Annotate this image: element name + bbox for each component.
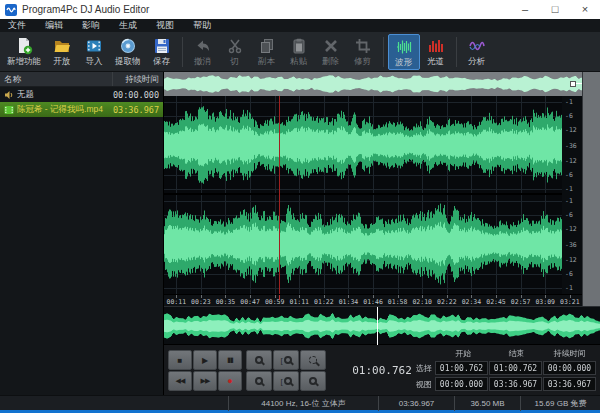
window-title: Program4Pc DJ Audio Editor xyxy=(22,4,510,15)
copy-button-label: 副本 xyxy=(258,56,275,68)
menu-file[interactable]: 文件 xyxy=(8,19,26,32)
ruler-label: 00:11 xyxy=(164,295,189,306)
delete-button-label: 删除 xyxy=(322,56,339,68)
editor-panel: -1 -6 -12 -36 -12 -6 -1 -1 -6 -12 -36 -1… xyxy=(164,72,600,395)
status-free-space: 15.69 GB 免费 xyxy=(520,396,600,411)
stop-button[interactable]: ■ xyxy=(168,350,192,370)
column-header-name[interactable]: 名称 xyxy=(0,72,113,86)
file-list-item-selected[interactable]: 陈冠希 - 记得我吗.mp4 03:36.967 xyxy=(0,102,163,117)
waveform-icon xyxy=(395,37,413,56)
view-start-field[interactable]: 00:00.000 xyxy=(435,377,488,391)
db-label: -1 xyxy=(565,284,573,292)
minimap-playhead[interactable] xyxy=(377,307,378,345)
ruler-label: 02:45 xyxy=(484,295,509,306)
file-duration: 03:36.967 xyxy=(113,105,159,115)
paste-button[interactable]: 粘贴 xyxy=(283,34,315,70)
paste-button-label: 粘贴 xyxy=(290,56,307,68)
cd-icon xyxy=(119,36,137,55)
menu-edit[interactable]: 编辑 xyxy=(45,19,63,32)
ruler-label: 01:22 xyxy=(312,295,337,306)
video-file-icon xyxy=(4,101,14,119)
menu-generate[interactable]: 生成 xyxy=(119,19,137,32)
ruler-label: 03:21 xyxy=(558,295,583,306)
navigator-handle-line xyxy=(576,83,582,84)
db-label: -6 xyxy=(565,112,573,120)
db-label: -12 xyxy=(565,157,577,165)
file-list-panel: 名称 持续时间 无题 00:00.000 陈冠希 - 记得我吗.mp4 03:3… xyxy=(0,72,164,395)
menu-help[interactable]: 帮助 xyxy=(193,19,211,32)
db-label: -12 xyxy=(565,225,577,233)
zoom-out-full-button[interactable] xyxy=(246,350,272,370)
close-button[interactable]: × xyxy=(570,0,600,19)
minimize-button[interactable]: – xyxy=(510,0,540,19)
zoom-vertical-button[interactable] xyxy=(273,371,299,391)
navigator-handle[interactable] xyxy=(570,81,576,87)
column-header-duration[interactable]: 持续时间 xyxy=(113,72,163,86)
pause-button[interactable]: ▮▮ xyxy=(218,350,242,370)
transport-panel: ■ ▶ ▮▮ ◀◀ ▶▶ ● 01:00.762 xyxy=(164,344,600,395)
menu-view[interactable]: 视图 xyxy=(156,19,174,32)
save-button[interactable]: 保存 xyxy=(146,34,178,70)
ruler-label: 01:11 xyxy=(287,295,312,306)
selection-header-duration: 持续时间 xyxy=(544,348,596,359)
new-button[interactable]: 新增功能 xyxy=(2,34,46,70)
view-row-label: 视图 xyxy=(411,379,435,390)
ruler-label: 00:59 xyxy=(262,295,287,306)
save-button-label: 保存 xyxy=(153,56,170,68)
view-end-field[interactable]: 03:36.967 xyxy=(489,377,542,391)
view-duration-field[interactable]: 03:36.967 xyxy=(543,377,596,391)
selection-end-field[interactable]: 01:00.762 xyxy=(489,361,542,375)
extract-button-label: 提取物 xyxy=(115,56,141,68)
db-scale: -1 -6 -12 -36 -12 -6 -1 -1 -6 -12 -36 -1… xyxy=(562,96,582,294)
trim-button[interactable]: 修剪 xyxy=(347,34,379,70)
main-waveform-canvas[interactable] xyxy=(164,96,562,294)
db-scale-left-channel: -1 -6 -12 -36 -12 -6 -1 xyxy=(562,96,582,195)
magnifier-icon xyxy=(284,377,292,385)
spectrum-view-button[interactable]: 光道 xyxy=(420,34,452,70)
extract-button[interactable]: 提取物 xyxy=(110,34,146,70)
timeline-ruler[interactable]: 00:11 00:23 00:35 00:47 00:59 01:11 01:2… xyxy=(164,294,582,306)
playback-cursor[interactable] xyxy=(279,96,280,294)
file-name: 无题 xyxy=(17,89,113,101)
open-button[interactable]: 开放 xyxy=(46,34,78,70)
zoom-out-button[interactable] xyxy=(246,371,272,391)
play-button[interactable]: ▶ xyxy=(193,350,217,370)
fast-forward-button[interactable]: ▶▶ xyxy=(193,371,217,391)
toolbar-separator xyxy=(182,37,183,67)
zoom-in-button[interactable] xyxy=(300,371,326,391)
zoom-region-button[interactable] xyxy=(300,350,326,370)
spectrum-button-label: 光道 xyxy=(427,56,444,68)
undo-button[interactable]: 撤消 xyxy=(187,34,219,70)
minimap-waveform-canvas[interactable] xyxy=(164,307,600,345)
toolbar-separator xyxy=(456,37,457,67)
zoom-selection-button[interactable] xyxy=(273,350,299,370)
rewind-icon: ◀◀ xyxy=(176,377,185,385)
waveform-view-button[interactable]: 波形 xyxy=(388,34,420,70)
navigator-waveform-canvas[interactable] xyxy=(164,72,582,96)
record-button[interactable]: ● xyxy=(218,371,242,391)
analyze-button[interactable]: 分析 xyxy=(461,34,493,70)
zoom-navigator[interactable] xyxy=(164,72,582,96)
delete-button[interactable]: 删除 xyxy=(315,34,347,70)
selection-duration-field[interactable]: 00:00.000 xyxy=(543,361,596,375)
rewind-button[interactable]: ◀◀ xyxy=(168,371,192,391)
selection-start-field[interactable]: 01:00.762 xyxy=(435,361,488,375)
cut-button[interactable]: 切 xyxy=(219,34,251,70)
selection-header-start: 开始 xyxy=(437,348,489,359)
file-list-item-untitled[interactable]: 无题 00:00.000 xyxy=(0,87,163,102)
menu-effects[interactable]: 影响 xyxy=(82,19,100,32)
db-label: -1 xyxy=(565,197,573,205)
analyze-button-label: 分析 xyxy=(468,56,485,68)
view-row: 视图 00:00.000 03:36.967 03:36.967 xyxy=(411,377,597,391)
app-window: Program4Pc DJ Audio Editor – □ × 文件 编辑 影… xyxy=(0,0,600,413)
selection-row-label: 选择 xyxy=(411,363,435,374)
waveform-view[interactable]: -1 -6 -12 -36 -12 -6 -1 -1 -6 -12 -36 -1… xyxy=(164,96,582,294)
vertical-scrollbar[interactable] xyxy=(582,72,600,306)
selection-table: 开始 结束 持续时间 选择 01:00.762 01:00.762 00:00.… xyxy=(411,348,597,391)
overview-minimap[interactable] xyxy=(164,306,600,344)
maximize-button[interactable]: □ xyxy=(540,0,570,19)
import-button[interactable]: 导入 xyxy=(78,34,110,70)
delete-x-icon xyxy=(322,36,340,55)
copy-button[interactable]: 副本 xyxy=(251,34,283,70)
titlebar: Program4Pc DJ Audio Editor – □ × xyxy=(0,0,600,19)
